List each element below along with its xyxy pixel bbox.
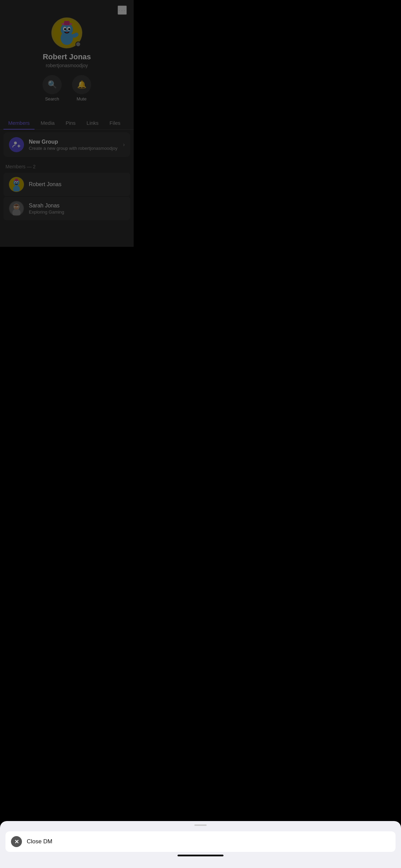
dim-overlay [0,0,134,289]
